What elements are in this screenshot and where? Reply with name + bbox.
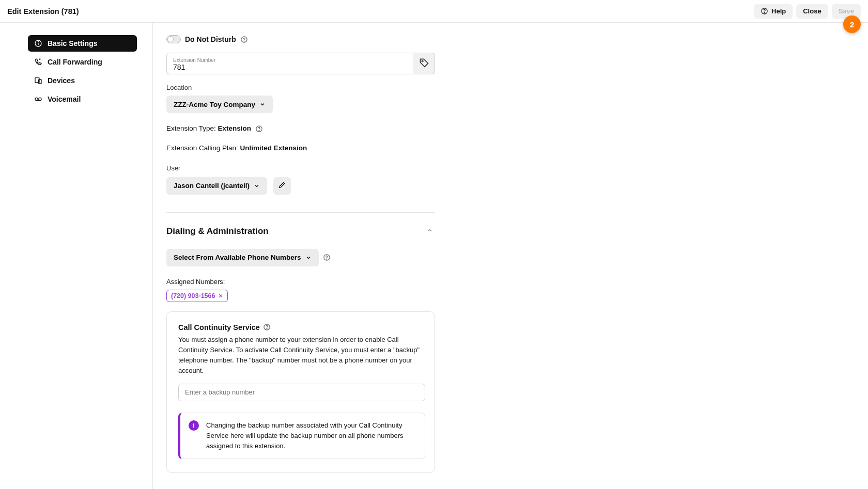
extension-number-float-label: Extension Number	[173, 58, 407, 63]
devices-icon	[34, 76, 42, 85]
user-label: User	[166, 164, 435, 172]
sidebar-item-basic-settings[interactable]: Basic Settings	[28, 35, 137, 52]
page-title: Edit Extension (781)	[7, 7, 79, 15]
notification-badge[interactable]: 2	[843, 15, 861, 33]
sidebar-item-label: Basic Settings	[48, 39, 97, 48]
plan-value: Unlimited Extension	[240, 144, 307, 152]
svg-point-16	[327, 259, 327, 260]
help-circle-icon[interactable]	[255, 125, 263, 133]
tag-button[interactable]	[413, 53, 435, 74]
pencil-icon	[278, 181, 286, 191]
help-button[interactable]: Help	[754, 4, 793, 19]
available-numbers-dropdown[interactable]: Select From Available Phone Numbers	[166, 249, 319, 266]
assigned-number-chip[interactable]: (720) 903-1566	[166, 290, 228, 302]
chevron-down-icon	[259, 101, 266, 107]
call-continuity-card: Call Continuity Service You must assign …	[166, 311, 435, 473]
svg-point-7	[35, 98, 38, 100]
available-numbers-label: Select From Available Phone Numbers	[174, 254, 301, 261]
svg-point-12	[422, 60, 423, 62]
ccs-alert-text: Changing the backup number associated wi…	[206, 420, 416, 451]
location-label: Location	[166, 84, 435, 91]
close-button[interactable]: Close	[796, 4, 828, 19]
location-value: ZZZ-Acme Toy Company	[174, 101, 255, 108]
tag-icon	[419, 57, 429, 70]
chevron-up-icon	[427, 227, 435, 235]
sidebar-item-call-forwarding[interactable]: Call Forwarding	[28, 54, 137, 70]
help-circle-icon	[761, 7, 768, 15]
help-circle-icon[interactable]	[263, 323, 271, 331]
svg-point-8	[39, 98, 41, 100]
chevron-down-icon	[254, 183, 260, 189]
user-dropdown[interactable]: Jason Cantell (jcantell)	[166, 177, 267, 195]
extension-number-input-wrap[interactable]: Extension Number	[166, 53, 413, 74]
dialing-section-header[interactable]: Dialing & Administration	[166, 226, 435, 236]
svg-point-11	[244, 41, 244, 41]
section-divider	[166, 212, 435, 213]
assigned-number-text: (720) 903-1566	[171, 292, 215, 299]
extension-number-input[interactable]	[173, 63, 407, 71]
dnd-label: Do Not Disturb	[185, 35, 236, 43]
remove-chip-icon[interactable]	[218, 293, 223, 298]
sidebar-item-voicemail[interactable]: Voicemail	[28, 91, 137, 107]
assigned-numbers-label: Assigned Numbers:	[166, 278, 435, 286]
sidebar-item-devices[interactable]: Devices	[28, 72, 137, 89]
sidebar-item-label: Devices	[48, 76, 75, 85]
ccs-body: You must assign a phone number to your e…	[178, 335, 423, 376]
dialing-heading: Dialing & Administration	[166, 226, 269, 236]
svg-point-14	[259, 130, 259, 131]
help-circle-icon[interactable]	[323, 254, 331, 261]
help-circle-icon[interactable]	[240, 36, 248, 43]
voicemail-icon	[34, 95, 42, 103]
info-icon	[34, 39, 42, 48]
user-value: Jason Cantell (jcantell)	[174, 182, 250, 190]
svg-point-1	[764, 12, 765, 13]
sidebar-item-label: Voicemail	[48, 95, 81, 103]
do-not-disturb-toggle[interactable]	[166, 35, 181, 43]
chevron-down-icon	[305, 255, 312, 261]
sidebar-item-label: Call Forwarding	[48, 58, 102, 66]
backup-number-input[interactable]	[178, 384, 425, 401]
svg-point-4	[38, 41, 38, 42]
edit-user-button[interactable]	[273, 177, 291, 195]
phone-forward-icon	[34, 58, 42, 66]
help-button-label: Help	[771, 7, 786, 15]
sidebar: Basic Settings Call Forwarding Devices V…	[0, 23, 153, 489]
location-dropdown[interactable]: ZZZ-Acme Toy Company	[166, 96, 273, 113]
info-icon: i	[189, 420, 199, 431]
ccs-title: Call Continuity Service	[178, 323, 260, 332]
ccs-alert: i Changing the backup number associated …	[178, 413, 425, 459]
plan-label: Extension Calling Plan:	[166, 144, 240, 152]
extension-type-value: Extension	[218, 124, 252, 132]
svg-point-20	[267, 329, 267, 329]
extension-type-label: Extension Type:	[166, 124, 218, 132]
